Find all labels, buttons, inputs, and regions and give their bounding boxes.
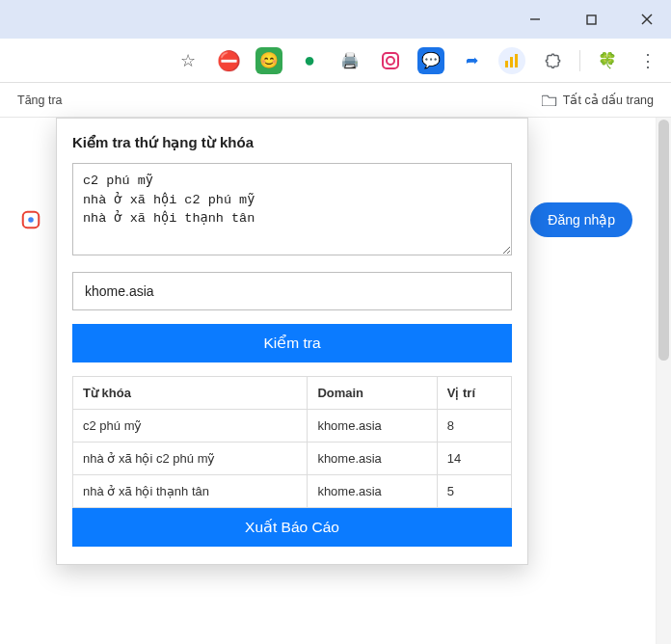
domain-input[interactable] bbox=[72, 272, 512, 310]
login-button[interactable]: Đăng nhập bbox=[530, 202, 632, 237]
svg-rect-6 bbox=[505, 61, 508, 67]
toolbar-divider bbox=[579, 50, 580, 71]
hangouts-icon[interactable]: ● bbox=[296, 47, 323, 74]
rank-checker-ext-icon[interactable] bbox=[498, 47, 525, 74]
scrollbar-thumb[interactable] bbox=[658, 120, 669, 361]
rank-checker-popup: Kiểm tra thứ hạng từ khóa Kiểm tra Từ kh… bbox=[56, 118, 528, 565]
cell-pos: 8 bbox=[437, 410, 511, 443]
browser-toolbar: ☆ ⛔ 😊 ● 🖨️ 💬 ➦ 🍀 ⋮ bbox=[0, 39, 671, 83]
table-header-row: Từ khóa Domain Vị trí bbox=[73, 377, 512, 410]
table-row: c2 phú mỹ khome.asia 8 bbox=[73, 410, 512, 443]
page-content: Đăng nhập Kiểm tra thứ hạng từ khóa Kiểm… bbox=[0, 118, 671, 644]
cell-pos: 5 bbox=[437, 475, 511, 508]
cell-domain: khome.asia bbox=[308, 475, 437, 508]
cell-domain: khome.asia bbox=[308, 410, 437, 443]
all-bookmarks-button[interactable]: Tất cả dấu trang bbox=[542, 93, 654, 107]
messages-ext-icon[interactable]: 💬 bbox=[417, 47, 444, 74]
emoji-ext-icon[interactable]: 😊 bbox=[255, 47, 282, 74]
results-table: Từ khóa Domain Vị trí c2 phú mỹ khome.as… bbox=[72, 376, 512, 508]
bookmarks-bar: Tăng tra Tất cả dấu trang bbox=[0, 83, 671, 118]
table-row: nhà ở xã hội c2 phú mỹ khome.asia 14 bbox=[73, 443, 512, 475]
kebab-menu-icon[interactable]: ⋮ bbox=[634, 47, 661, 74]
cell-kw: c2 phú mỹ bbox=[73, 410, 308, 443]
svg-point-5 bbox=[387, 57, 394, 65]
bookmark-item[interactable]: Tăng tra bbox=[17, 94, 63, 107]
popup-title: Kiểm tra thứ hạng từ khóa bbox=[72, 134, 512, 151]
all-bookmarks-label: Tất cả dấu trang bbox=[563, 93, 654, 107]
ublock-icon[interactable]: ⛔ bbox=[215, 47, 242, 74]
bookmark-label: Tăng tra bbox=[17, 94, 63, 107]
svg-rect-1 bbox=[587, 15, 596, 24]
cell-kw: nhà ở xã hội c2 phú mỹ bbox=[73, 443, 308, 475]
col-keyword: Từ khóa bbox=[73, 377, 308, 410]
folder-icon bbox=[542, 94, 557, 106]
cell-domain: khome.asia bbox=[308, 443, 437, 475]
col-position: Vị trí bbox=[437, 377, 511, 410]
maximize-button[interactable] bbox=[577, 5, 605, 34]
col-domain: Domain bbox=[308, 377, 437, 410]
lens-icon[interactable] bbox=[15, 204, 46, 235]
table-row: nhà ở xã hội thạnh tân khome.asia 5 bbox=[73, 475, 512, 508]
bookmark-star-icon[interactable]: ☆ bbox=[180, 50, 196, 71]
check-button[interactable]: Kiểm tra bbox=[72, 324, 512, 362]
instagram-ext-icon[interactable] bbox=[377, 47, 404, 74]
page-side-icons bbox=[15, 204, 46, 235]
minimize-button[interactable] bbox=[521, 5, 550, 34]
cell-pos: 14 bbox=[437, 443, 511, 475]
cell-kw: nhà ở xã hội thạnh tân bbox=[73, 475, 308, 508]
page-scrollbar[interactable] bbox=[656, 118, 671, 644]
svg-rect-7 bbox=[510, 57, 513, 67]
share-ext-icon[interactable]: ➦ bbox=[458, 47, 485, 74]
svg-point-10 bbox=[28, 217, 34, 223]
print-ext-icon[interactable]: 🖨️ bbox=[336, 47, 363, 74]
svg-rect-8 bbox=[515, 54, 518, 67]
clover-profile-icon[interactable]: 🍀 bbox=[594, 47, 621, 74]
keywords-textarea[interactable] bbox=[72, 163, 512, 255]
svg-rect-4 bbox=[383, 53, 398, 68]
close-button[interactable] bbox=[632, 5, 661, 34]
puzzle-ext-icon[interactable] bbox=[539, 47, 566, 74]
window-titlebar bbox=[0, 0, 671, 39]
export-button[interactable]: Xuất Báo Cáo bbox=[72, 508, 512, 547]
